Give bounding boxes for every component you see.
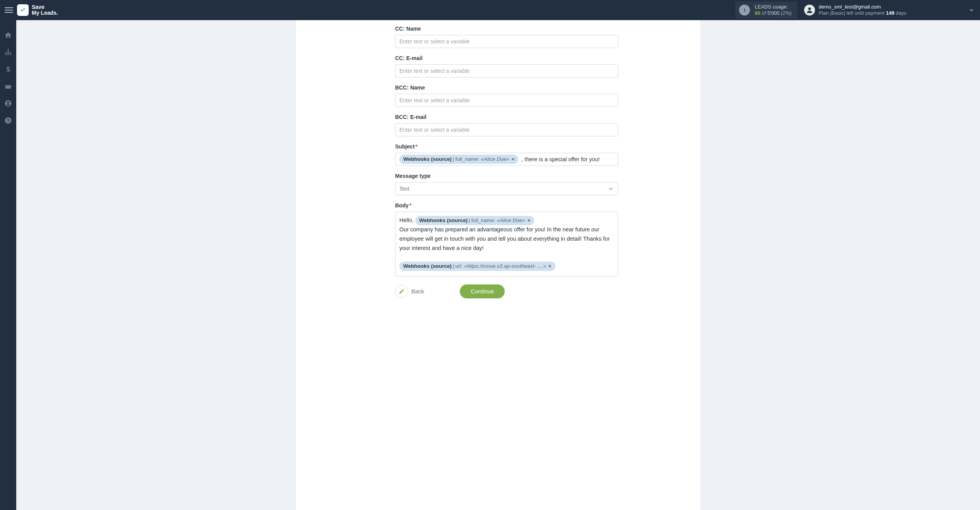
chip-remove-icon[interactable]: × bbox=[527, 217, 531, 224]
chip-source: Webhooks (source) bbox=[419, 217, 468, 224]
user-menu[interactable]: demo_sml_test@gmail.com Plan |Basic| lef… bbox=[804, 4, 906, 17]
brand-name: Save My Leads. bbox=[32, 4, 58, 16]
chip-remove-icon[interactable]: × bbox=[548, 262, 552, 270]
form-area: CC: Name CC: E-mail BCC: Name BCC: E-mai… bbox=[395, 26, 618, 298]
body-name-chip[interactable]: Webhooks (source) | full_name: «Alice Do… bbox=[415, 216, 534, 225]
back-label: Back bbox=[411, 288, 424, 295]
nav-home[interactable] bbox=[4, 31, 12, 40]
chip-key: full_name: bbox=[471, 217, 495, 224]
svg-rect-5 bbox=[5, 85, 11, 89]
leads-used: 80 bbox=[755, 10, 760, 16]
chip-value: «https://crove.s3.ap-southeast- ... » bbox=[462, 262, 546, 270]
body-url-chip[interactable]: Webhooks (source) | url: «https://crove.… bbox=[399, 262, 555, 271]
svg-rect-3 bbox=[7, 53, 9, 55]
label-bcc-name: BCC: Name bbox=[395, 84, 618, 91]
user-info: demo_sml_test@gmail.com Plan |Basic| lef… bbox=[819, 4, 906, 17]
chevron-down-icon bbox=[608, 186, 614, 192]
chip-remove-icon[interactable]: × bbox=[511, 155, 515, 163]
top-bar: Save My Leads. i LEADS usage: 80 of 5'00… bbox=[0, 0, 980, 20]
leads-of-word: of bbox=[762, 10, 767, 16]
select-message-type[interactable]: Text bbox=[395, 182, 618, 195]
svg-rect-4 bbox=[10, 53, 11, 55]
input-body[interactable]: Hello, Webhooks (source) | full_name: «A… bbox=[395, 212, 618, 277]
field-body: Body* Hello, Webhooks (source) | full_na… bbox=[395, 202, 618, 277]
user-menu-caret-icon[interactable] bbox=[906, 7, 975, 13]
input-bcc-name[interactable] bbox=[395, 94, 618, 107]
menu-toggle-button[interactable] bbox=[3, 4, 15, 16]
chip-key: url: bbox=[456, 262, 463, 270]
svg-text:?: ? bbox=[7, 118, 10, 123]
field-cc-email: CC: E-mail bbox=[395, 55, 618, 78]
chip-value: «Alice Doe» bbox=[495, 217, 525, 224]
input-cc-name[interactable] bbox=[395, 35, 618, 48]
leads-pct: (2%) bbox=[781, 10, 791, 16]
subject-variable-chip[interactable]: Webhooks (source) | full_name: «Alice Do… bbox=[399, 155, 518, 164]
label-cc-email: CC: E-mail bbox=[395, 55, 618, 61]
chip-source: Webhooks (source) bbox=[403, 262, 452, 270]
form-actions: Back Continue bbox=[395, 284, 618, 298]
continue-button[interactable]: Continue bbox=[460, 284, 505, 298]
svg-rect-2 bbox=[5, 53, 7, 55]
nav-profile[interactable] bbox=[4, 99, 12, 108]
input-bcc-email[interactable] bbox=[395, 123, 618, 136]
svg-point-0 bbox=[808, 7, 811, 10]
input-subject[interactable]: Webhooks (source) | full_name: «Alice Do… bbox=[395, 153, 618, 166]
field-subject: Subject* Webhooks (source) | full_name: … bbox=[395, 143, 618, 166]
svg-rect-1 bbox=[7, 49, 9, 50]
chip-source: Webhooks (source) bbox=[403, 155, 452, 163]
nav-connections[interactable] bbox=[4, 48, 12, 57]
label-cc-name: CC: Name bbox=[395, 26, 618, 32]
nav-billing[interactable]: $ bbox=[4, 65, 12, 74]
back-button[interactable]: Back bbox=[395, 285, 424, 298]
leads-usage-badge[interactable]: i LEADS usage: 80 of 5'000 (2%) bbox=[735, 2, 797, 19]
brand-line2: My Leads. bbox=[32, 10, 58, 16]
input-cc-email[interactable] bbox=[395, 64, 618, 78]
form-card: CC: Name CC: E-mail BCC: Name BCC: E-mai… bbox=[296, 20, 700, 510]
label-subject: Subject* bbox=[395, 143, 618, 150]
brand-line1: Save bbox=[32, 4, 58, 10]
app-logo-icon bbox=[17, 4, 29, 16]
label-body: Body* bbox=[395, 202, 618, 208]
label-bcc-email: BCC: E-mail bbox=[395, 114, 618, 120]
subject-text-after: , there is a special offer for you! bbox=[521, 156, 600, 162]
svg-point-7 bbox=[7, 102, 9, 103]
body-hello-text: Hello, bbox=[399, 217, 415, 223]
info-icon: i bbox=[739, 5, 750, 16]
leads-usage-text: LEADS usage: 80 of 5'000 (2%) bbox=[755, 4, 791, 17]
leads-cap: 5'000 bbox=[767, 10, 779, 16]
field-bcc-name: BCC: Name bbox=[395, 84, 618, 107]
field-message-type: Message type Text bbox=[395, 173, 618, 195]
user-plan-line: Plan |Basic| left until payment 149 days bbox=[819, 10, 906, 16]
field-bcc-email: BCC: E-mail bbox=[395, 114, 618, 136]
body-paragraph: Our company has prepared an advantageous… bbox=[399, 225, 614, 253]
continue-label: Continue bbox=[471, 288, 494, 295]
label-message-type: Message type bbox=[395, 173, 618, 179]
leads-usage-label: LEADS usage: bbox=[755, 4, 791, 10]
chip-value: «Alice Doe» bbox=[480, 155, 509, 163]
sidebar-rail: $ ? bbox=[0, 20, 16, 510]
chip-key: full_name: bbox=[456, 155, 480, 163]
field-cc-name: CC: Name bbox=[395, 26, 618, 48]
nav-integrations[interactable] bbox=[4, 82, 12, 91]
pencil-icon bbox=[395, 285, 408, 298]
nav-help[interactable]: ? bbox=[4, 116, 12, 125]
avatar-icon bbox=[804, 5, 815, 16]
select-message-type-value: Text bbox=[399, 186, 409, 192]
page-scroll[interactable]: CC: Name CC: E-mail BCC: Name BCC: E-mai… bbox=[16, 20, 980, 510]
user-email: demo_sml_test@gmail.com bbox=[819, 4, 906, 10]
